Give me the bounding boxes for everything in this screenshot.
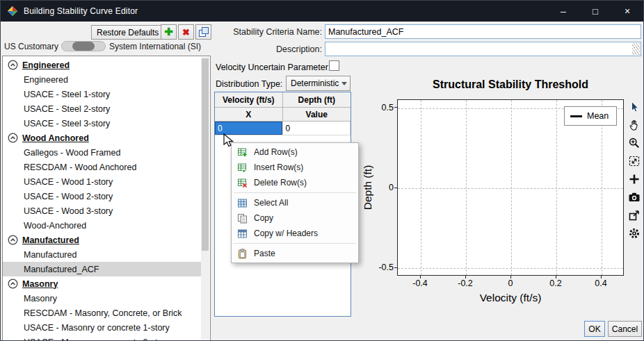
menu-item-add-rows[interactable]: Add Row(s) — [232, 144, 358, 160]
tree-item[interactable]: USACE - Wood 3-story — [3, 203, 202, 218]
insert-row-icon — [237, 163, 248, 173]
unit-toggle-knob[interactable] — [72, 42, 95, 51]
select-all-icon — [237, 198, 248, 208]
tree-item[interactable]: USACE - Steel 1-story — [3, 87, 202, 101]
export-icon[interactable] — [628, 209, 641, 222]
delete-icon: ✖ — [182, 27, 190, 38]
x-tick-label: 0 — [495, 278, 526, 288]
subheader-x[interactable]: X — [215, 108, 283, 122]
menu-item-label: Copy w/ Headers — [254, 228, 318, 238]
gridline-v — [602, 100, 602, 275]
y-tick-label: 0.5 — [366, 103, 394, 113]
tree-item[interactable]: USACE - Steel 3-story — [3, 116, 202, 131]
minimize-button[interactable]: – — [547, 1, 579, 22]
tree-group-masonry[interactable]: Masonry — [3, 276, 202, 291]
ok-button[interactable]: OK — [584, 321, 605, 337]
chart-legend: Mean — [564, 106, 617, 126]
delete-curve-button[interactable]: ✖ — [178, 24, 194, 40]
tree-item[interactable]: RESCDAM - Wood Anchored — [3, 160, 202, 174]
pointer-icon[interactable] — [628, 101, 641, 113]
x-tick-label: 0.4 — [586, 278, 616, 288]
pan-hand-icon[interactable] — [628, 119, 641, 131]
menu-item-copy-with-headers[interactable]: Copy w/ Headers — [232, 226, 358, 241]
crosshair-icon[interactable] — [628, 173, 641, 185]
stability-criteria-name-input[interactable] — [325, 24, 641, 39]
tree-item[interactable]: Wood-Anchored — [3, 218, 202, 233]
tree-item[interactable]: USACE - Steel 2-story — [3, 101, 202, 116]
tree-item[interactable]: USACE - Masonry or concrete 2-story — [3, 335, 202, 341]
menu-separator — [234, 192, 356, 193]
column-header-velocity[interactable]: Velocity (ft/s) — [215, 92, 283, 108]
table-context-menu: Add Row(s) Insert Row(s) Delete Row(s) S… — [231, 142, 359, 263]
collapse-icon[interactable] — [8, 133, 18, 143]
tree-item[interactable]: Manufactured — [3, 247, 202, 262]
paste-icon — [237, 249, 248, 259]
menu-item-insert-rows[interactable]: Insert Row(s) — [232, 160, 358, 175]
subheader-value[interactable]: Value — [283, 108, 351, 122]
scrollbar-thumb[interactable] — [202, 58, 209, 251]
menu-item-delete-rows[interactable]: Delete Row(s) — [232, 175, 358, 190]
tree-item[interactable]: Gallegos - Wood Framed — [3, 145, 202, 160]
tree-item[interactable]: USACE - Wood 2-story — [3, 189, 202, 203]
zoom-in-icon[interactable] — [628, 137, 641, 149]
x-axis-label: Velocity (ft/s) — [480, 292, 542, 304]
tree-item[interactable]: Masonry — [3, 291, 202, 306]
tree-item[interactable]: Engineered — [3, 72, 202, 87]
tree-item[interactable]: USACE - Wood 1-story — [3, 174, 202, 189]
copy-curve-button[interactable] — [195, 24, 211, 40]
gridline-v — [421, 100, 421, 275]
cancel-button[interactable]: Cancel — [608, 321, 642, 337]
chart-title: Structural Stability Threshold — [397, 78, 624, 91]
tree-group-label: Masonry — [22, 279, 58, 289]
unit-toggle[interactable] — [61, 41, 106, 51]
velocity-uncertain-label: Velocity Uncertain Parameter: — [216, 63, 330, 72]
tree-scrollbar[interactable] — [201, 57, 209, 340]
tree-group-engineered[interactable]: Engineered — [3, 58, 202, 72]
collapse-icon[interactable] — [8, 60, 18, 70]
menu-item-paste[interactable]: Paste — [232, 246, 358, 261]
collapse-icon[interactable] — [8, 278, 18, 289]
velocity-uncertain-checkbox[interactable] — [329, 60, 339, 71]
tree-item[interactable]: USACE - Masonry or concrete 1-story — [3, 320, 202, 335]
description-input[interactable] — [325, 42, 641, 56]
plot-area[interactable] — [397, 99, 624, 276]
zoom-window-icon[interactable] — [628, 155, 641, 167]
cell-depth[interactable]: 0 — [283, 122, 351, 135]
tree-group-wood-anchored[interactable]: Wood Anchored — [3, 131, 202, 145]
distribution-type-value: Deterministic — [291, 78, 341, 88]
tree-group-manufactured[interactable]: Manufactured — [3, 233, 202, 247]
unit-label-si[interactable]: System International (SI) — [109, 42, 201, 51]
copy-icon — [198, 26, 209, 38]
menu-item-select-all[interactable]: Select All — [232, 195, 358, 210]
menu-item-copy[interactable]: Copy — [232, 210, 358, 226]
gridline-h — [398, 188, 623, 189]
tree-item[interactable]: RESCDAM - Masonry, Concrete, or Brick — [3, 306, 202, 320]
x-tick-label: -0.4 — [405, 278, 435, 288]
camera-icon[interactable] — [628, 191, 641, 203]
menu-item-label: Copy — [254, 213, 273, 223]
window-title: Building Stability Curve Editor — [24, 6, 138, 16]
copy-headers-icon — [237, 228, 248, 239]
resize-grip-icon[interactable] — [632, 43, 640, 55]
distribution-type-dropdown[interactable]: Deterministic — [286, 76, 351, 91]
y-axis-label: Depth (ft) — [362, 165, 374, 210]
legend-mean-line-icon — [570, 115, 582, 117]
add-curve-button[interactable]: ✚ — [161, 24, 177, 40]
gridline-v — [466, 100, 467, 275]
menu-item-label: Select All — [254, 198, 288, 208]
tree-group-label: Engineered — [22, 60, 70, 70]
maximize-button[interactable]: □ — [579, 1, 611, 22]
gridline-h — [398, 268, 623, 269]
gridline-v — [511, 100, 512, 275]
y-tick-mark — [394, 107, 397, 108]
mouse-cursor-icon — [223, 133, 234, 150]
column-header-depth[interactable]: Depth (ft) — [283, 92, 351, 108]
restore-defaults-button[interactable]: Restore Defaults — [91, 25, 164, 40]
titlebar[interactable]: Building Stability Curve Editor – □ × — [1, 1, 643, 22]
gridline-v — [556, 100, 557, 275]
collapse-icon[interactable] — [8, 235, 18, 245]
tree-item-selected[interactable]: Manufactured_ACF — [3, 262, 202, 276]
settings-gear-icon[interactable] — [628, 227, 641, 240]
close-button[interactable]: × — [611, 1, 643, 22]
unit-label-us-customary[interactable]: US Customary — [4, 42, 58, 51]
